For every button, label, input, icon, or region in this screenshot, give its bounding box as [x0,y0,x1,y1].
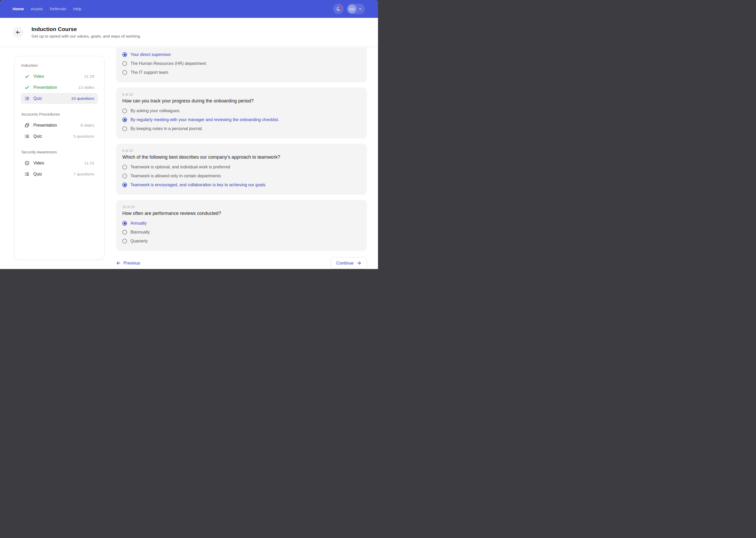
outline-item-meta: 11:15 [84,161,94,166]
arrow-left-icon [16,30,21,35]
outline-item-label: Video [33,74,44,79]
question-title: How often are performance reviews conduc… [122,211,361,216]
answer-option[interactable]: The IT support team [122,68,361,77]
arrow-right-icon [356,261,361,266]
previous-button[interactable]: Previous [116,261,140,266]
radio-button[interactable] [122,126,127,131]
radio-button[interactable] [122,230,127,235]
nav-link[interactable]: Referrals [50,7,67,11]
outline-item-label: Presentation [33,85,57,90]
previous-button-label: Previous [123,261,140,266]
outline-item[interactable]: Quiz 7 questions [21,169,98,180]
outline-item-meta: 13 slides [78,85,94,90]
question-title: How can you track your progress during t… [122,98,361,104]
outline-item-meta: 8 slides [80,123,94,128]
outline-item[interactable]: Quiz 10 questions [21,93,98,104]
play-icon [24,161,30,166]
outline-section: Induction Video 21:29 Presentation 13 sl… [21,63,98,104]
outline-item[interactable]: Quiz 5 questions [21,131,98,142]
answer-option-label: Teamwork is allowed only in certain depa… [130,174,221,178]
outline-item[interactable]: Presentation 8 slides [21,120,98,131]
radio-button[interactable] [122,61,127,66]
outline-item[interactable]: Video 21:29 [21,71,98,82]
radio-button[interactable] [122,183,127,187]
nav-link[interactable]: Help [73,7,81,11]
answer-option[interactable]: Quarterly [122,237,361,245]
outline-item[interactable]: Video 11:15 [21,158,98,169]
list-icon [24,172,30,177]
answer-option[interactable]: By asking your colleagues. [122,106,361,115]
notifications-button[interactable] [333,4,344,14]
answer-option[interactable]: By regularly meeting with your manager a… [122,115,361,124]
radio-button[interactable] [122,108,127,113]
answer-option[interactable]: Teamwork is allowed only in certain depa… [122,172,361,181]
radio-button[interactable] [122,165,127,169]
question-title: Which of the following best describes ou… [122,154,361,160]
quiz-footer: Previous Continue [116,257,367,269]
page-header: Induction Course Get up to speed with ou… [0,18,378,47]
outline-item[interactable]: Presentation 13 slides [21,82,98,93]
page-title: Induction Course [31,26,141,32]
slides-icon [24,123,30,128]
question-card: 9 of 10 Which of the following best desc… [116,144,367,195]
answer-option[interactable]: Your direct supervisor [122,50,361,59]
nav-right: SG [333,4,365,14]
answer-option[interactable]: Teamwork is encouraged, and collaboratio… [122,181,361,189]
answer-option-label: By keeping notes in a personal journal. [130,126,203,131]
check-icon [24,85,30,90]
outline-item-meta: 5 questions [73,134,94,139]
answer-option-label: Biannually [130,230,150,235]
continue-button[interactable]: Continue [331,257,367,269]
nav-link[interactable]: Assets [31,7,43,11]
options-list: By asking your colleagues. By regularly … [122,106,361,133]
header-text: Induction Course Get up to speed with ou… [31,26,141,39]
back-button[interactable] [13,27,24,38]
outline-section-title: Accounts Procedures [21,112,98,117]
radio-button[interactable] [122,117,127,122]
radio-button[interactable] [122,70,127,75]
top-nav: HomeAssetsReferralsHelp SG [0,0,378,18]
chevron-down-icon [358,7,362,11]
answer-option-label: Annually [130,221,147,226]
page-subtitle: Get up to speed with our values, goals, … [31,34,141,39]
nav-links: HomeAssetsReferralsHelp [13,7,81,11]
outline-item-label: Quiz [33,134,42,139]
outline-item-meta: 10 questions [71,96,94,101]
answer-option[interactable]: By keeping notes in a personal journal. [122,124,361,133]
answer-option[interactable]: Biannually [122,228,361,237]
question-number: 9 of 10 [122,149,361,153]
outline-item-meta: 7 questions [73,172,94,177]
question-number: 8 of 10 [122,92,361,96]
outline-section: Accounts Procedures Presentation 8 slide… [21,112,98,142]
options-list: Annually Biannually Quarterly [122,219,361,245]
app-window: HomeAssetsReferralsHelp SG Induction Cou… [0,0,378,269]
check-icon [24,74,30,79]
answer-option-label: The IT support team [130,70,168,75]
outline-item-label: Quiz [33,172,42,177]
answer-option-label: By asking your colleagues. [130,108,180,113]
notification-badge [339,6,341,8]
list-icon [24,134,30,139]
options-list: Your direct supervisor The Human Resourc… [122,50,361,77]
question-number: 10 of 10 [122,205,361,209]
outline-section: Security Awareness Video 11:15 Quiz 7 qu… [21,150,98,180]
answer-option-label: Quarterly [130,239,148,243]
question-card: 10 of 10 How often are performance revie… [116,200,367,251]
outline-item-meta: 21:29 [84,74,94,79]
outline-section-title: Induction [21,63,98,68]
answer-option[interactable]: The Human Resources (HR) department [122,59,361,68]
radio-button[interactable] [122,221,127,226]
radio-button[interactable] [122,239,127,243]
answer-option-label: The Human Resources (HR) department [130,61,206,66]
outline-section-title: Security Awareness [21,150,98,154]
answer-option[interactable]: Annually [122,219,361,228]
continue-button-label: Continue [336,261,354,266]
content: Induction Video 21:29 Presentation 13 sl… [0,47,378,269]
nav-link[interactable]: Home [13,7,24,11]
answer-option[interactable]: Teamwork is optional, and individual wor… [122,163,361,172]
answer-option-label: Teamwork is encouraged, and collaboratio… [130,183,265,187]
user-menu-button[interactable]: SG [347,4,365,14]
radio-button[interactable] [122,174,127,178]
radio-button[interactable] [122,52,127,57]
answer-option-label: Your direct supervisor [130,52,171,57]
